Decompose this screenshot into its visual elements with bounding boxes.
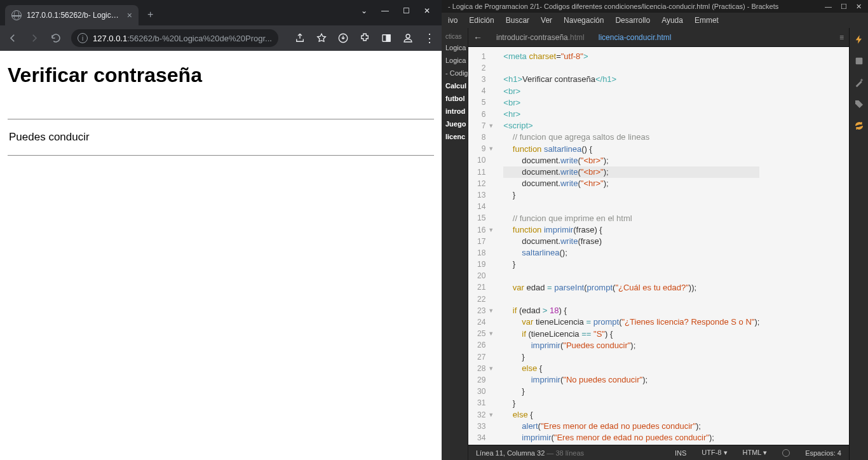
extensions-icon[interactable] — [359, 32, 370, 44]
forward-button[interactable] — [28, 32, 41, 44]
rendered-page: Verificar contraseña Puedes conducir — [0, 51, 442, 460]
address-bar: i 127.0.0.1:56262/b-%20Logica%20de%20Pro… — [0, 25, 442, 51]
lint-status-icon[interactable] — [782, 449, 790, 457]
brackets-window: - Logica de Programacion 2/1- Codigos di… — [442, 0, 868, 460]
extension-manager-icon[interactable] — [853, 55, 865, 67]
tabs-back-icon[interactable]: ← — [473, 32, 482, 43]
tag-icon[interactable] — [853, 98, 865, 111]
divider — [8, 155, 434, 156]
maximize-icon[interactable]: ☐ — [841, 3, 847, 11]
svg-point-3 — [406, 34, 410, 38]
sidebar-item[interactable]: - Codig — [442, 67, 468, 79]
status-bar: Línea 11, Columna 32 — 38 líneas INS UTF… — [468, 445, 849, 460]
site-info-icon[interactable]: i — [78, 33, 88, 43]
menu-buscar[interactable]: Buscar — [506, 16, 529, 25]
share-icon[interactable] — [294, 32, 306, 44]
sidebar-item[interactable]: introd — [442, 105, 468, 118]
file-tab[interactable]: licencia-conducir.html — [597, 33, 673, 42]
sidebar-item[interactable]: Calcul — [442, 79, 468, 92]
browser-tab[interactable]: 127.0.0.1:56262/b- Logica de Pro × — [5, 5, 139, 25]
sidebar-header: cticas — [442, 32, 468, 41]
menu-desarrollo[interactable]: Desarrollo — [615, 16, 650, 25]
globe-icon — [11, 10, 22, 20]
chrome-window-controls: ⌄ ― ☐ ✕ — [349, 6, 442, 15]
code-area[interactable]: <meta charset="utf-8"> <h1>Verificar con… — [497, 47, 766, 445]
url-input[interactable]: i 127.0.0.1:56262/b-%20Logica%20de%20Pro… — [71, 29, 278, 47]
menu-bar: ivoEdiciónBuscarVerNavegaciónDesarrolloA… — [442, 13, 868, 28]
magic-wand-icon[interactable] — [853, 76, 865, 89]
menu-icon[interactable]: ⋮ — [424, 32, 435, 44]
live-preview-icon[interactable] — [853, 33, 865, 46]
sidebar-item[interactable]: licenc — [442, 130, 468, 143]
cursor-position: Línea 11, Columna 32 — 38 líneas — [476, 449, 584, 457]
tabs-menu-icon[interactable]: ≡ — [839, 33, 844, 42]
project-sidebar: cticas LogicaLogica- CodigCalculfutbolin… — [442, 28, 468, 460]
indent-selector[interactable]: Espacios: 4 — [805, 449, 841, 457]
menu-ayuda[interactable]: Ayuda — [661, 16, 683, 25]
sidebar-item[interactable]: Logica — [442, 54, 468, 67]
code-editor[interactable]: 1234567▼89▼10111213141516▼17181920212223… — [468, 47, 849, 445]
new-tab-button[interactable]: + — [147, 9, 153, 20]
file-tab[interactable]: introducir-contraseña.html — [495, 33, 586, 42]
close-icon[interactable]: ✕ — [424, 6, 430, 15]
page-output: Puedes conducir — [9, 131, 434, 144]
editor-tabs: ← introducir-contraseña.htmllicencia-con… — [468, 28, 849, 47]
brackets-window-controls: ― ☐ ✕ — [825, 3, 862, 11]
divider — [8, 119, 434, 119]
close-icon[interactable]: ✕ — [856, 3, 862, 11]
sidebar-item[interactable]: Logica — [442, 41, 468, 54]
menu-edición[interactable]: Edición — [469, 16, 494, 25]
url-text: 127.0.0.1:56262/b-%20Logica%20de%20Progr… — [93, 34, 272, 43]
minimize-icon[interactable]: ― — [825, 3, 832, 11]
svg-rect-4 — [855, 58, 862, 65]
sidebar-item[interactable]: futbol — [442, 92, 468, 105]
svg-rect-2 — [386, 35, 390, 42]
menu-emmet[interactable]: Emmet — [695, 16, 719, 25]
download-icon[interactable] — [337, 32, 349, 44]
extension-rail — [849, 28, 868, 460]
profile-icon[interactable] — [402, 32, 414, 44]
menu-ver[interactable]: Ver — [541, 16, 552, 25]
page-heading: Verificar contraseña — [8, 64, 434, 87]
panel-icon[interactable] — [381, 32, 392, 44]
refresh-icon[interactable] — [853, 119, 865, 132]
encoding-selector[interactable]: UTF-8 ▾ — [702, 449, 727, 457]
menu-navegación[interactable]: Navegación — [564, 16, 604, 25]
maximize-icon[interactable]: ☐ — [403, 6, 410, 15]
menu-ivo[interactable]: ivo — [448, 16, 458, 25]
star-icon[interactable] — [316, 32, 327, 44]
brackets-titlebar: - Logica de Programacion 2/1- Codigos di… — [442, 0, 868, 13]
reload-button[interactable] — [50, 32, 62, 44]
chevron-down-icon[interactable]: ⌄ — [361, 6, 367, 15]
chrome-window: 127.0.0.1:56262/b- Logica de Pro × + ⌄ ―… — [0, 0, 442, 460]
minimize-icon[interactable]: ― — [381, 6, 389, 15]
insert-mode[interactable]: INS — [675, 449, 686, 457]
chrome-tab-strip: 127.0.0.1:56262/b- Logica de Pro × + ⌄ ―… — [0, 0, 442, 25]
tab-title: 127.0.0.1:56262/b- Logica de Pro — [27, 11, 122, 20]
sidebar-item[interactable]: Juego — [442, 118, 468, 130]
gutter: 1234567▼89▼10111213141516▼17181920212223… — [468, 47, 497, 445]
back-button[interactable] — [6, 32, 19, 44]
close-icon[interactable]: × — [127, 10, 132, 20]
window-title: - Logica de Programacion 2/1- Codigos di… — [448, 3, 778, 10]
language-selector[interactable]: HTML ▾ — [743, 449, 768, 457]
